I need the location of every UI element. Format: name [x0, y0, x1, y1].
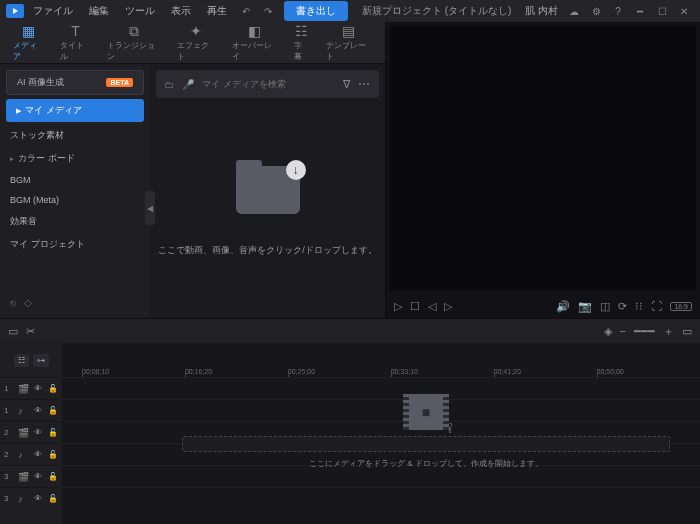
- sidebar-sfx[interactable]: 効果音: [0, 210, 150, 233]
- tab-overlay[interactable]: ◧オーバーレイ: [225, 20, 285, 65]
- lock-icon[interactable]: 🔓: [48, 494, 58, 503]
- fullscreen-icon[interactable]: ⛶: [651, 300, 662, 312]
- search-input[interactable]: [202, 79, 335, 89]
- menu-play[interactable]: 再生: [200, 1, 234, 21]
- snapshot-icon[interactable]: 📷: [578, 300, 592, 313]
- lock-icon[interactable]: 🔓: [48, 406, 58, 415]
- gear-icon[interactable]: ⚙: [588, 3, 604, 19]
- lock-icon[interactable]: 🔓: [48, 384, 58, 393]
- track-head[interactable]: 1♪👁🔓: [0, 399, 62, 421]
- more-icon[interactable]: ⋯: [358, 77, 371, 91]
- media-area: ◀ 🗀 🎤 ∇ ⋯ ↓ ここで動画、画像、音声をクリック/ドロップします。: [150, 64, 385, 318]
- user-name[interactable]: 肌 内村: [525, 4, 558, 18]
- lock-icon[interactable]: 🔓: [48, 472, 58, 481]
- visibility-icon[interactable]: 👁: [34, 494, 44, 503]
- tl-mode-magnet[interactable]: ⊶: [33, 354, 49, 367]
- quality-icon[interactable]: ◫: [600, 300, 610, 313]
- next-frame-button[interactable]: ▷: [444, 300, 452, 313]
- menu-view[interactable]: 表示: [164, 1, 198, 21]
- sidebar-my-media[interactable]: ▶マイ メディア: [6, 99, 144, 122]
- visibility-icon[interactable]: 👁: [34, 384, 44, 393]
- sidebar-my-project[interactable]: マイ プロジェクト: [0, 233, 150, 256]
- lock-icon[interactable]: 🔓: [48, 428, 58, 437]
- visibility-icon[interactable]: 👁: [34, 406, 44, 415]
- sidebar-ai-image[interactable]: AI 画像生成 BETA: [6, 70, 144, 95]
- track-head[interactable]: 3♪👁🔓: [0, 487, 62, 509]
- export-button[interactable]: 書き出し: [284, 1, 348, 21]
- menu-file[interactable]: ファイル: [26, 1, 80, 21]
- time-ruler[interactable]: 00;08;1000;16;2000;25;0000;33;1000;41;20…: [62, 343, 700, 377]
- tag-icon[interactable]: ◇: [24, 297, 32, 308]
- prev-frame-button[interactable]: ◁: [428, 300, 436, 313]
- tl-marker-icon[interactable]: ◈: [604, 325, 612, 338]
- collapse-handle[interactable]: ◀: [145, 191, 155, 225]
- track-head[interactable]: 3🎬👁🔓: [0, 465, 62, 487]
- mic-icon[interactable]: 🎤: [182, 79, 194, 90]
- sidebar-bgm-meta[interactable]: BGM (Meta): [0, 190, 150, 210]
- tab-media[interactable]: ▦メディア: [6, 20, 51, 65]
- sidebar-item-label: BGM (Meta): [10, 195, 59, 205]
- preview-canvas[interactable]: [390, 26, 696, 290]
- sidebar-bgm[interactable]: BGM: [0, 170, 150, 190]
- app-logo: [6, 4, 24, 18]
- timeline-drop-zone[interactable]: ■ ☟ ここにメディアをドラッグ & ドロップして、作成を開始します。: [182, 391, 670, 471]
- tl-zoom-in-icon[interactable]: ＋: [663, 324, 674, 339]
- cloud-icon[interactable]: ☁: [566, 3, 582, 19]
- ruler-tick: 00;41;20: [494, 368, 521, 375]
- video-track-icon: 🎬: [18, 384, 30, 394]
- track-number: 2: [4, 450, 14, 459]
- template-icon: ▤: [342, 23, 355, 39]
- media-drop-zone[interactable]: ↓ ここで動画、画像、音声をクリック/ドロップします。: [150, 104, 385, 318]
- volume-icon[interactable]: 🔊: [556, 300, 570, 313]
- aspect-ratio[interactable]: 16:9: [670, 302, 692, 311]
- tab-effect[interactable]: ✦エフェクト: [170, 20, 223, 65]
- tab-transition[interactable]: ⧉トランジション: [100, 20, 168, 65]
- ruler-tick: 00;08;10: [82, 368, 109, 375]
- sidebar-colorboard[interactable]: ▸カラー ボード: [0, 147, 150, 170]
- folder-icon[interactable]: 🗀: [164, 79, 174, 90]
- track-head[interactable]: 2🎬👁🔓: [0, 421, 62, 443]
- tab-label: メディア: [13, 40, 44, 62]
- loop-icon[interactable]: ⟳: [618, 300, 627, 313]
- close-icon[interactable]: ✕: [676, 3, 692, 19]
- preview-pane: ▷ ☐ ◁ ▷ 🔊 📷 ◫ ⟳ ⁝⁝ ⛶ 16:9: [386, 22, 700, 318]
- sidebar-item-label: マイ メディア: [25, 104, 82, 117]
- tl-zoom-out-icon[interactable]: −: [620, 325, 626, 337]
- visibility-icon[interactable]: 👁: [34, 428, 44, 437]
- tab-subtitle[interactable]: ☷字幕: [287, 20, 316, 65]
- tl-select-icon[interactable]: ▭: [8, 325, 18, 338]
- visibility-icon[interactable]: 👁: [34, 450, 44, 459]
- tl-zoom-slider[interactable]: ━━━: [634, 325, 655, 338]
- track-head[interactable]: 2♪👁🔓: [0, 443, 62, 465]
- undo-button[interactable]: ↶: [236, 3, 256, 19]
- settings-slider-icon[interactable]: ⁝⁝: [635, 300, 643, 313]
- tab-title[interactable]: Tタイトル: [53, 20, 98, 65]
- sidebar-item-label: AI 画像生成: [17, 76, 64, 89]
- download-arrow-icon: ↓: [286, 160, 306, 180]
- tl-cut-icon[interactable]: ✂: [26, 325, 35, 338]
- media-sidebar: AI 画像生成 BETA ▶マイ メディア ストック素材 ▸カラー ボード BG…: [0, 64, 150, 318]
- menu-edit[interactable]: 編集: [82, 1, 116, 21]
- minimize-icon[interactable]: ━: [632, 3, 648, 19]
- stop-button[interactable]: ☐: [410, 300, 420, 313]
- tl-fit-icon[interactable]: ▭: [682, 325, 692, 338]
- effect-icon: ✦: [190, 23, 202, 39]
- visibility-icon[interactable]: 👁: [34, 472, 44, 481]
- lock-icon[interactable]: 🔓: [48, 450, 58, 459]
- filter-icon[interactable]: ∇: [343, 78, 350, 91]
- subtitle-icon: ☷: [295, 23, 308, 39]
- help-icon[interactable]: ?: [610, 3, 626, 19]
- search-bar: 🗀 🎤 ∇ ⋯: [156, 70, 379, 98]
- track-row[interactable]: [62, 487, 700, 509]
- menu-tools[interactable]: ツール: [118, 1, 162, 21]
- play-button[interactable]: ▷: [394, 300, 402, 313]
- track-head[interactable]: 1🎬👁🔓: [0, 377, 62, 399]
- tab-template[interactable]: ▤テンプレート: [319, 20, 379, 65]
- sidebar-stock[interactable]: ストック素材: [0, 124, 150, 147]
- redo-button[interactable]: ↷: [258, 3, 278, 19]
- tl-mode-grid[interactable]: ☷: [14, 354, 29, 367]
- folder-graphic: ↓: [236, 166, 300, 214]
- tracks-area[interactable]: 00;08;1000;16;2000;25;0000;33;1000;41;20…: [62, 343, 700, 524]
- maximize-icon[interactable]: ☐: [654, 3, 670, 19]
- link-icon[interactable]: ⎋: [10, 297, 16, 308]
